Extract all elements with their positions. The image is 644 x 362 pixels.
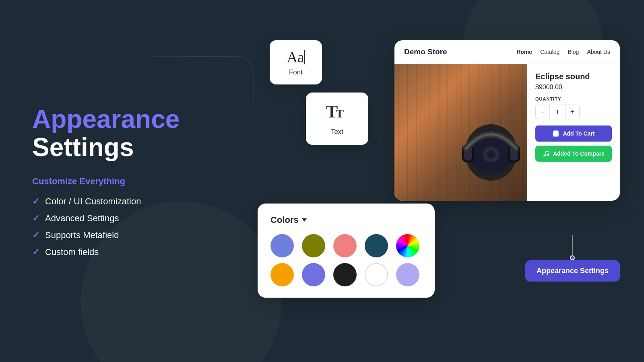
swatch-medium-blue[interactable] xyxy=(302,263,325,286)
feature-list: ✓ Color / UI Customization ✓ Advanced Se… xyxy=(32,196,225,257)
add-to-compare-label: Added To Compare xyxy=(553,150,605,157)
check-icon-4: ✓ xyxy=(32,247,39,257)
add-to-compare-button[interactable]: Added To Compare xyxy=(535,146,612,162)
subtitle: Customize Everything xyxy=(32,176,225,186)
feature-item-2: ✓ Advanced Settings xyxy=(32,213,225,223)
colors-card: Colors xyxy=(258,204,435,298)
demo-store-body: Eclipse sound $9000.00 QUANTITY - 1 + Ad… xyxy=(394,64,620,201)
feature-text-2: Advanced Settings xyxy=(45,213,119,223)
bg-dashed-line xyxy=(153,56,254,105)
product-price: $9000.00 xyxy=(535,84,612,91)
text-tt-icon: T T xyxy=(316,101,359,125)
product-details: Eclipse sound $9000.00 QUANTITY - 1 + Ad… xyxy=(527,64,620,201)
colors-header: Colors xyxy=(270,215,422,225)
quantity-label: QUANTITY xyxy=(535,97,612,101)
swatch-orange[interactable] xyxy=(270,263,294,286)
colors-title: Colors xyxy=(270,215,299,225)
swatch-olive[interactable] xyxy=(302,234,325,257)
product-name: Eclipse sound xyxy=(535,72,612,81)
quantity-decrease-button[interactable]: - xyxy=(536,105,549,119)
swatch-dark-teal[interactable] xyxy=(365,234,388,257)
appearance-settings-button[interactable]: Appearance Settings xyxy=(525,260,620,282)
headphones-image xyxy=(451,108,527,189)
swatch-light-lavender[interactable] xyxy=(396,263,419,286)
swatch-white[interactable] xyxy=(365,263,388,286)
color-grid xyxy=(270,234,422,286)
cart-icon xyxy=(552,130,559,137)
connector-line xyxy=(572,235,573,255)
nav-catalog[interactable]: Catalog xyxy=(540,49,559,55)
text-card: T T Text xyxy=(306,93,368,145)
svg-text:T: T xyxy=(336,107,344,120)
add-to-cart-label: Add To Cart xyxy=(563,130,594,137)
font-card: Aa Font xyxy=(270,40,322,84)
check-icon-2: ✓ xyxy=(32,213,39,223)
quantity-increase-button[interactable]: + xyxy=(566,105,579,119)
svg-point-12 xyxy=(547,154,549,156)
svg-point-9 xyxy=(487,150,495,158)
connector-dot xyxy=(570,255,575,260)
check-icon-1: ✓ xyxy=(32,196,39,206)
cards-area: Aa Font T T Text Colors xyxy=(258,40,620,322)
swatch-black[interactable] xyxy=(333,263,357,286)
nav-about[interactable]: About Us xyxy=(587,49,610,55)
svg-point-11 xyxy=(543,154,545,156)
nav-blog[interactable]: Blog xyxy=(568,49,579,55)
quantity-value: 1 xyxy=(549,105,566,119)
left-panel: Appearance Settings Customize Everything… xyxy=(32,105,225,257)
title-line2: Settings xyxy=(32,133,225,161)
quantity-control: - 1 + xyxy=(535,105,580,119)
feature-item-3: ✓ Supports Metafield xyxy=(32,230,225,240)
text-card-label: Text xyxy=(316,128,359,136)
font-card-label: Font xyxy=(279,68,312,76)
check-icon-3: ✓ xyxy=(32,230,39,240)
demo-store-logo: Demo Store xyxy=(404,47,447,56)
feature-item-1: ✓ Color / UI Customization xyxy=(32,196,225,206)
font-preview: Aa xyxy=(279,48,312,66)
feature-text-1: Color / UI Customization xyxy=(45,196,141,206)
colors-dropdown-arrow[interactable] xyxy=(302,218,307,222)
feature-text-3: Supports Metafield xyxy=(45,230,119,240)
nav-home[interactable]: Home xyxy=(516,49,532,55)
product-image-bg xyxy=(394,64,527,201)
font-aa-text: Aa xyxy=(287,48,303,66)
demo-store-card: Demo Store Home Catalog Blog About Us xyxy=(394,40,620,201)
swatch-rainbow[interactable] xyxy=(396,234,419,257)
demo-store-header: Demo Store Home Catalog Blog About Us xyxy=(394,40,620,64)
feature-item-4: ✓ Custom fields xyxy=(32,247,225,257)
appearance-settings-area: Appearance Settings xyxy=(525,235,620,282)
main-title: Appearance Settings xyxy=(32,105,225,162)
add-to-cart-button[interactable]: Add To Cart xyxy=(535,125,612,142)
compare-icon xyxy=(543,150,550,157)
text-cursor xyxy=(304,50,305,64)
product-image-area xyxy=(394,64,527,201)
demo-store-nav: Home Catalog Blog About Us xyxy=(516,49,610,55)
feature-text-4: Custom fields xyxy=(45,247,99,257)
title-line1: Appearance xyxy=(32,105,225,133)
swatch-salmon[interactable] xyxy=(333,234,357,257)
swatch-blue-purple[interactable] xyxy=(270,234,294,257)
